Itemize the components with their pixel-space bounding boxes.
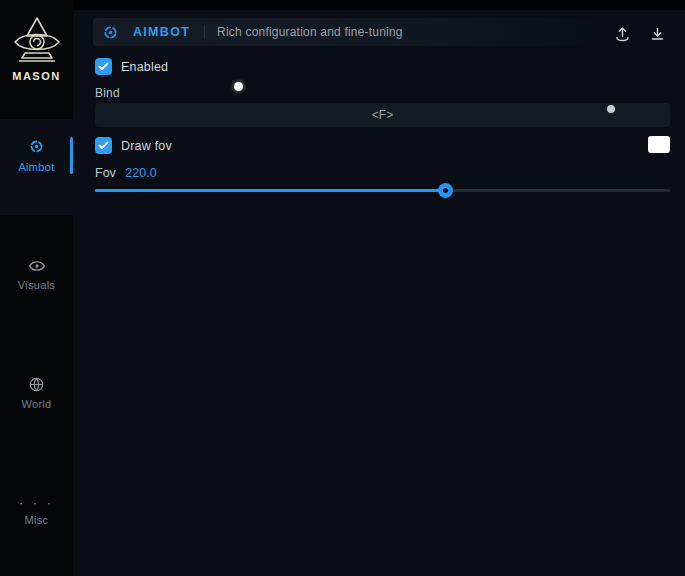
sidebar-item-label: World (0, 398, 73, 410)
eye-icon (28, 259, 46, 273)
sidebar-item-world[interactable]: World (0, 377, 73, 410)
bind-input[interactable]: <F> (95, 103, 670, 127)
fov-value: 220.0 (125, 166, 156, 180)
download-icon (649, 26, 666, 43)
bind-value: <F> (372, 108, 393, 122)
app-window: MASON Aimbot Visuals (0, 0, 685, 576)
upload-icon (614, 26, 631, 43)
sidebar-item-visuals[interactable]: Visuals (0, 259, 73, 291)
fov-slider-fill (95, 189, 446, 192)
import-config-button[interactable] (646, 23, 668, 45)
draw-fov-label: Draw fov (121, 139, 172, 153)
draw-fov-checkbox[interactable] (95, 137, 112, 154)
page-header: AIMBOT Rich configuration and fine-tunin… (93, 18, 605, 46)
sidebar-item-aimbot[interactable]: Aimbot (0, 138, 73, 173)
fov-row: Fov 220.0 (95, 166, 157, 180)
enabled-checkbox[interactable] (95, 58, 112, 75)
globe-icon (29, 377, 44, 392)
checkbox-check-icon (98, 62, 109, 71)
fov-slider[interactable] (95, 183, 670, 198)
enabled-label: Enabled (121, 60, 168, 74)
fov-slider-handle[interactable] (438, 183, 453, 198)
mason-eye-logo-icon (11, 16, 63, 66)
main-panel: AIMBOT Rich configuration and fine-tunin… (73, 10, 685, 576)
fov-color-swatch[interactable] (648, 136, 670, 153)
logo-text: MASON (0, 70, 73, 82)
checkbox-check-icon (98, 141, 109, 150)
logo: MASON (0, 16, 73, 82)
page-subtitle: Rich configuration and fine-tuning (217, 25, 403, 39)
bind-label: Bind (95, 86, 120, 100)
fov-label: Fov (95, 166, 116, 180)
mouse-cursor-dot (234, 82, 243, 91)
export-config-button[interactable] (611, 23, 633, 45)
crosshair-icon (102, 24, 119, 41)
crosshair-icon (28, 138, 45, 155)
sidebar-item-label: Misc (0, 514, 73, 526)
header-divider (204, 25, 205, 39)
sidebar-item-misc[interactable]: · · · Misc (0, 498, 73, 526)
sidebar-item-label: Aimbot (0, 161, 73, 173)
bind-drag-dot (607, 105, 615, 113)
sidebar: MASON Aimbot Visuals (0, 0, 73, 576)
ellipsis-icon: · · · (0, 498, 73, 508)
sidebar-item-label: Visuals (0, 279, 73, 291)
page-title: AIMBOT (133, 25, 190, 39)
